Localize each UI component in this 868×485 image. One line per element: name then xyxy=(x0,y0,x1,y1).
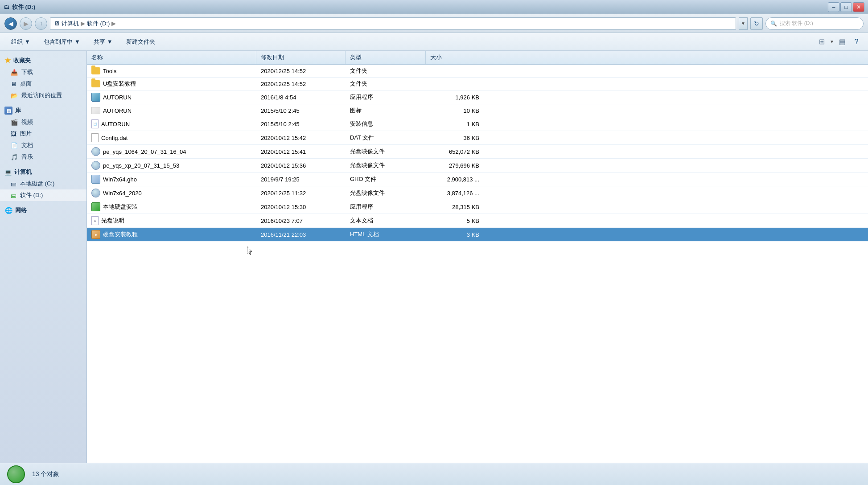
col-header-name[interactable]: 名称 xyxy=(87,51,256,64)
gho-icon xyxy=(91,175,100,184)
up-button[interactable]: ↑ xyxy=(35,17,47,30)
table-row[interactable]: Config.dat 2020/10/12 15:42 DAT 文件 36 KB xyxy=(87,131,868,145)
sidebar-item-downloads[interactable]: 📥 下载 xyxy=(0,66,86,78)
share-button[interactable]: 共享 ▼ xyxy=(88,35,119,49)
folder-icon xyxy=(91,80,100,87)
sidebar-item-drive-d[interactable]: 🖴 软件 (D:) xyxy=(0,189,86,201)
file-name-cell: pe_yqs_xp_20_07_31_15_53 xyxy=(87,159,256,172)
organize-button[interactable]: 组织 ▼ xyxy=(5,35,36,49)
toolbar: 组织 ▼ 包含到库中 ▼ 共享 ▼ 新建文件夹 ⊞ ▼ ▤ ? xyxy=(0,33,868,51)
file-type-cell: 光盘映像文件 xyxy=(346,145,426,158)
main-content: ★ 收藏夹 📥 下载 🖥 桌面 📂 最近访问的位置 ▤ 库 � xyxy=(0,51,868,463)
table-row[interactable]: Win7x64_2020 2020/12/25 11:32 光盘映像文件 3,8… xyxy=(87,186,868,200)
address-dropdown[interactable]: ▼ xyxy=(739,17,748,30)
doc-icon: 📄 xyxy=(91,119,99,128)
file-name: Config.dat xyxy=(101,135,128,141)
file-name-cell: 📄 AUTORUN xyxy=(87,117,256,131)
table-row[interactable]: Tools 2020/12/25 14:52 文件夹 xyxy=(87,65,868,78)
breadcrumb[interactable]: 🖥 计算机 ▶ 软件 (D:) ▶ xyxy=(50,17,736,30)
file-modified: 2020/10/12 15:36 xyxy=(261,162,306,169)
file-size-cell: 3 KB xyxy=(426,228,484,241)
table-row[interactable]: 📄 AUTORUN 2015/5/10 2:45 安装信息 1 KB xyxy=(87,117,868,131)
file-size: 3 KB xyxy=(467,231,479,238)
file-name: Win7x64.gho xyxy=(103,176,137,183)
forward-button[interactable]: ▶ xyxy=(20,17,32,30)
col-header-size[interactable]: 大小 xyxy=(426,51,484,64)
file-modified-cell: 2020/10/12 15:41 xyxy=(256,145,346,158)
change-view-button[interactable]: ⊞ xyxy=(815,36,828,48)
sidebar-item-recent[interactable]: 📂 最近访问的位置 xyxy=(0,90,86,101)
file-type-cell: 文件夹 xyxy=(346,78,426,90)
file-modified: 2016/11/21 22:03 xyxy=(261,231,306,238)
sidebar-header-network[interactable]: 🌐 网络 xyxy=(0,205,86,216)
file-name-cell: Win7x64_2020 xyxy=(87,186,256,200)
sidebar-section-library: ▤ 库 🎬 视频 🖼 图片 📄 文档 🎵 音乐 xyxy=(0,105,86,163)
file-size: 10 KB xyxy=(464,107,479,114)
file-size: 652,072 KB xyxy=(449,148,479,155)
refresh-button[interactable]: ↻ xyxy=(750,17,763,30)
window-icon: 🗂 xyxy=(4,4,9,10)
help-button[interactable]: ? xyxy=(850,36,863,48)
folder-icon xyxy=(91,67,100,74)
sidebar-item-video[interactable]: 🎬 视频 xyxy=(0,116,86,128)
table-row[interactable]: pe_yqs_1064_20_07_31_16_04 2020/10/12 15… xyxy=(87,145,868,159)
file-size: 279,696 KB xyxy=(449,162,479,169)
file-type: 安装信息 xyxy=(350,120,373,128)
table-row[interactable]: Win7x64.gho 2019/9/7 19:25 GHO 文件 2,900,… xyxy=(87,173,868,186)
address-bar: ◀ ▶ ↑ 🖥 计算机 ▶ 软件 (D:) ▶ ▼ ↻ 🔍 搜索 软件 (D:) xyxy=(0,14,868,33)
col-header-modified[interactable]: 修改日期 xyxy=(256,51,346,64)
status-icon xyxy=(7,465,25,483)
file-name: 光盘说明 xyxy=(101,217,124,225)
sidebar-item-music[interactable]: 🎵 音乐 xyxy=(0,151,86,163)
table-row[interactable]: pe_yqs_xp_20_07_31_15_53 2020/10/12 15:3… xyxy=(87,159,868,173)
add-to-library-button[interactable]: 包含到库中 ▼ xyxy=(38,35,86,49)
file-name: AUTORUN xyxy=(103,94,132,101)
search-icon: 🔍 xyxy=(770,21,777,27)
new-folder-button[interactable]: 新建文件夹 xyxy=(120,35,161,49)
file-type-cell: 应用程序 xyxy=(346,200,426,214)
file-size-cell: 3,874,126 ... xyxy=(426,186,484,200)
file-size: 5 KB xyxy=(467,218,479,224)
file-modified-cell: 2020/10/12 15:30 xyxy=(256,200,346,214)
file-type-cell: 安装信息 xyxy=(346,117,426,131)
file-type: 应用程序 xyxy=(350,93,373,101)
search-box[interactable]: 🔍 搜索 软件 (D:) xyxy=(765,17,864,30)
table-row[interactable]: AUTORUN 2015/5/10 2:45 图标 10 KB xyxy=(87,104,868,117)
file-size-cell xyxy=(426,78,484,90)
file-modified-cell: 2019/9/7 19:25 xyxy=(256,173,346,186)
file-name-cell: AUTORUN xyxy=(87,104,256,117)
sidebar-header-favorites[interactable]: ★ 收藏夹 xyxy=(0,54,86,66)
sidebar-item-desktop[interactable]: 🖥 桌面 xyxy=(0,78,86,90)
file-name: AUTORUN xyxy=(101,121,130,127)
iso-icon xyxy=(91,161,100,170)
file-name: 硬盘安装教程 xyxy=(103,230,138,238)
file-name-cell: Config.dat xyxy=(87,131,256,144)
file-modified: 2019/9/7 19:25 xyxy=(261,176,300,183)
file-modified: 2020/10/12 15:41 xyxy=(261,148,306,155)
close-button[interactable]: ✕ xyxy=(853,2,864,12)
maximize-button[interactable]: □ xyxy=(840,2,852,12)
sidebar-item-drive-c[interactable]: 🖴 本地磁盘 (C:) xyxy=(0,178,86,189)
file-type: DAT 文件 xyxy=(350,134,374,142)
minimize-button[interactable]: – xyxy=(828,2,839,12)
table-row[interactable]: TXT 光盘说明 2016/10/23 7:07 文本文档 5 KB xyxy=(87,214,868,228)
col-header-type[interactable]: 类型 xyxy=(346,51,426,64)
sidebar-item-pictures[interactable]: 🖼 图片 xyxy=(0,128,86,140)
sidebar-header-library[interactable]: ▤ 库 xyxy=(0,105,86,116)
table-row[interactable]: U盘安装教程 2020/12/25 14:52 文件夹 xyxy=(87,78,868,90)
file-modified: 2020/10/12 15:42 xyxy=(261,135,306,141)
preview-pane-button[interactable]: ▤ xyxy=(836,36,848,48)
table-row[interactable]: AUTORUN 2016/1/8 4:54 应用程序 1,926 KB xyxy=(87,90,868,104)
table-row[interactable]: e 硬盘安装教程 2016/11/21 22:03 HTML 文档 3 KB xyxy=(87,228,868,242)
back-button[interactable]: ◀ xyxy=(4,17,17,30)
file-name: Win7x64_2020 xyxy=(103,190,142,197)
music-icon: 🎵 xyxy=(11,154,18,160)
file-size-cell xyxy=(426,65,484,77)
status-bar: 13 个对象 xyxy=(0,463,868,485)
sidebar-header-computer[interactable]: 💻 计算机 xyxy=(0,166,86,178)
table-row[interactable]: 本地硬盘安装 2020/10/12 15:30 应用程序 28,315 KB xyxy=(87,200,868,214)
file-modified: 2016/10/23 7:07 xyxy=(261,218,303,224)
file-modified: 2020/12/25 14:52 xyxy=(261,81,306,87)
sidebar-item-documents[interactable]: 📄 文档 xyxy=(0,140,86,151)
file-type: 光盘映像文件 xyxy=(350,148,385,156)
